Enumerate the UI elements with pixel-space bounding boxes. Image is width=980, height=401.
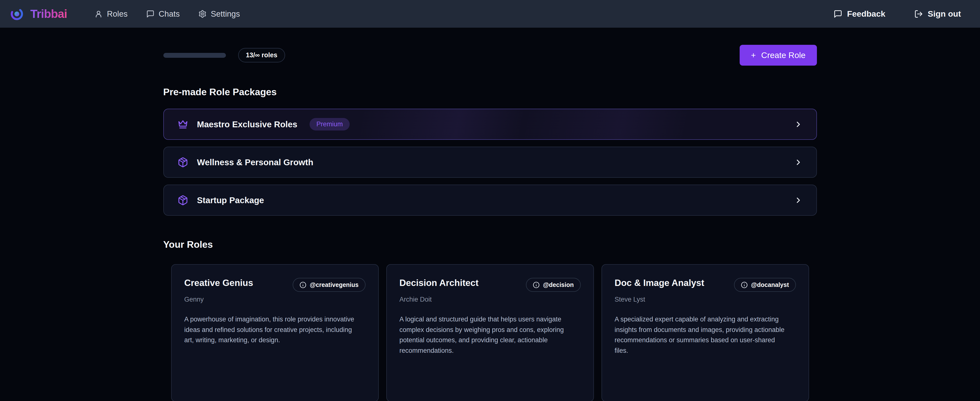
role-card-decision-architect[interactable]: Decision Architect @decision Archie Doit…: [386, 264, 594, 401]
roles-count-badge: 13/∞ roles: [238, 48, 285, 62]
package-label: Maestro Exclusive Roles: [197, 120, 298, 129]
role-card-creative-genius[interactable]: Creative Genius @creativegenius Genny A …: [171, 264, 379, 401]
package-row-maestro[interactable]: Maestro Exclusive Roles Premium: [163, 109, 817, 140]
sign-out-button[interactable]: Sign out: [914, 9, 961, 19]
card-head: Decision Architect @decision: [399, 278, 581, 292]
roles-toolbar: 13/∞ roles + Create Role: [163, 45, 817, 66]
role-handle-badge[interactable]: @decision: [526, 278, 581, 292]
main-content: 13/∞ roles + Create Role Pre-made Role P…: [163, 28, 817, 401]
premium-badge: Premium: [310, 118, 350, 131]
package-row-startup[interactable]: Startup Package: [163, 185, 817, 216]
role-description: A powerhouse of imagination, this role p…: [185, 314, 356, 345]
chevron-right-icon: [794, 158, 803, 167]
sign-out-icon: [914, 10, 923, 18]
role-subtitle: Archie Doit: [399, 296, 581, 304]
role-title: Doc & Image Analyst: [615, 278, 705, 288]
package-label: Wellness & Personal Growth: [197, 157, 313, 167]
nav-item-settings[interactable]: Settings: [198, 9, 240, 19]
package-row-wellness[interactable]: Wellness & Personal Growth: [163, 147, 817, 178]
plus-icon: +: [751, 50, 756, 60]
create-role-label: Create Role: [761, 50, 805, 60]
role-handle: @creativegenius: [310, 281, 358, 288]
roles-progress-bar: [163, 53, 226, 58]
role-handle-badge[interactable]: @docanalyst: [734, 278, 796, 292]
nav-label: Roles: [107, 9, 127, 19]
card-head: Doc & Image Analyst @docanalyst: [615, 278, 796, 292]
role-subtitle: Steve Lyst: [615, 296, 796, 304]
role-handle: @decision: [543, 281, 574, 288]
chevron-right-icon: [794, 120, 803, 129]
tribbai-logo-icon: [10, 7, 24, 21]
packages-heading: Pre-made Role Packages: [163, 87, 817, 97]
role-card-doc-image-analyst[interactable]: Doc & Image Analyst @docanalyst Steve Ly…: [601, 264, 809, 401]
gear-icon: [198, 10, 207, 18]
package-icon: [178, 157, 188, 168]
app-header: Tribbai Roles Chats: [0, 0, 980, 28]
nav-item-roles[interactable]: Roles: [94, 9, 127, 19]
roles-grid: Creative Genius @creativegenius Genny A …: [163, 264, 817, 401]
nav-label: Chats: [159, 9, 180, 19]
role-title: Creative Genius: [185, 278, 253, 288]
crown-icon: [178, 119, 188, 130]
info-icon: [741, 281, 748, 288]
role-handle: @docanalyst: [751, 281, 789, 288]
brand[interactable]: Tribbai: [10, 7, 67, 21]
info-icon: [299, 281, 306, 288]
card-head: Creative Genius @creativegenius: [185, 278, 366, 292]
role-description: A logical and structured guide that help…: [399, 314, 571, 356]
your-roles-heading: Your Roles: [163, 239, 817, 250]
feedback-button[interactable]: Feedback: [834, 9, 885, 19]
role-title: Decision Architect: [399, 278, 479, 288]
brand-name: Tribbai: [30, 7, 67, 21]
package-list: Maestro Exclusive Roles Premium Wellness…: [163, 109, 817, 216]
main-nav: Roles Chats Settings: [94, 9, 240, 19]
role-subtitle: Genny: [185, 296, 366, 304]
nav-item-chats[interactable]: Chats: [146, 9, 180, 19]
package-icon: [178, 195, 188, 206]
info-icon: [533, 281, 539, 288]
sign-out-label: Sign out: [928, 9, 961, 19]
create-role-button[interactable]: + Create Role: [740, 45, 817, 66]
header-actions: Feedback Sign out: [834, 9, 961, 19]
chat-bubble-icon: [146, 10, 154, 18]
role-handle-badge[interactable]: @creativegenius: [293, 278, 365, 292]
nav-label: Settings: [211, 9, 240, 19]
user-icon: [94, 10, 103, 18]
feedback-label: Feedback: [847, 9, 885, 19]
package-label: Startup Package: [197, 195, 264, 205]
role-description: A specialized expert capable of analyzin…: [615, 314, 786, 356]
chevron-right-icon: [794, 196, 803, 204]
chat-bubble-icon: [834, 10, 842, 18]
